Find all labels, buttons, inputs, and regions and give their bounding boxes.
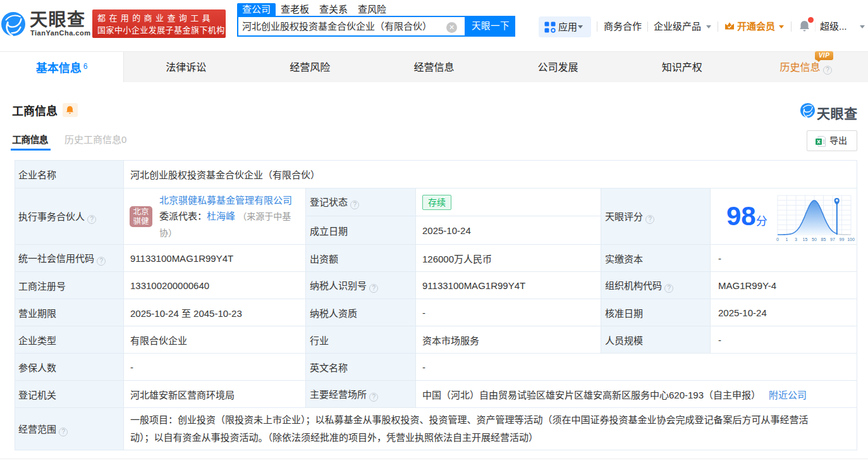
svg-text:97: 97 [830, 237, 835, 242]
svg-text:1: 1 [785, 237, 788, 242]
svg-text:85: 85 [821, 237, 826, 242]
svg-text:100: 100 [847, 237, 855, 242]
svg-text:15: 15 [802, 237, 807, 242]
svg-text:50: 50 [812, 237, 817, 242]
svg-text:0: 0 [776, 237, 779, 242]
svg-text:3: 3 [795, 237, 797, 242]
svg-text:99: 99 [839, 237, 844, 242]
